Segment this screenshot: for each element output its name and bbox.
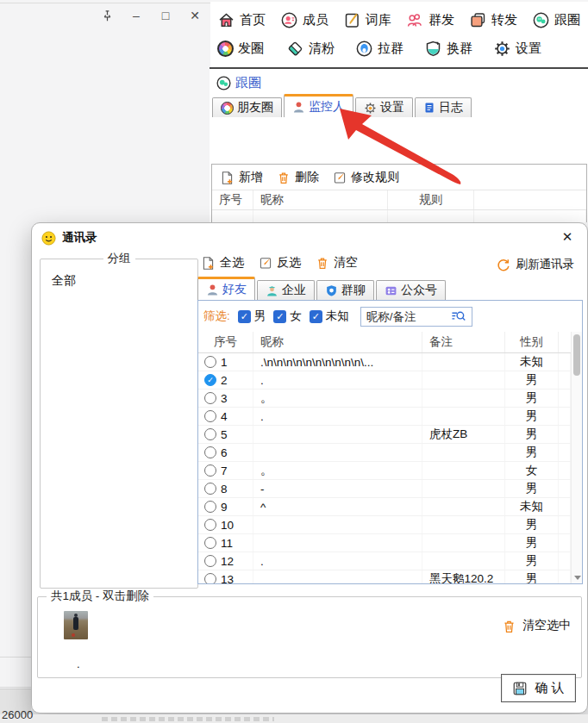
nav-pull-group[interactable]: 拉群 [348, 40, 417, 58]
clear-selection-button[interactable]: 清空 [316, 255, 358, 271]
nav-forward[interactable]: 转发 [462, 11, 525, 29]
row-gender: 男 [505, 570, 559, 584]
row-number: 3 [221, 392, 228, 405]
nav-switch-group[interactable]: 换群 [417, 40, 486, 58]
tab-monitored-people[interactable]: 监控人 [284, 94, 353, 117]
group-item-all[interactable]: 全部 [41, 266, 197, 289]
row-radio-icon[interactable] [204, 519, 216, 531]
checkbox-checked-icon [238, 310, 251, 323]
table-row[interactable]: 11男 [198, 534, 571, 552]
search-input[interactable] [365, 309, 451, 324]
panel-tabs: 朋友圈 监控人 设置 [210, 94, 588, 117]
penguin-icon [355, 40, 373, 58]
delete-button[interactable]: 删除 [277, 170, 319, 185]
table-row[interactable]: 3。男 [198, 390, 571, 408]
row-radio-icon[interactable] [204, 446, 216, 458]
filter-unknown-checkbox[interactable]: 未知 [310, 309, 349, 324]
screen: – □ ✕ 首页 成员 [0, 0, 588, 723]
table-scrollbar[interactable] [571, 332, 582, 583]
maximize-button[interactable]: □ [155, 5, 176, 26]
button-label: 清空 [334, 255, 358, 271]
refresh-contacts-button[interactable]: 刷新通讯录 [496, 257, 575, 272]
row-radio-icon[interactable] [204, 501, 216, 513]
nav-home[interactable]: 首页 [210, 11, 273, 29]
tab-label: 好友 [222, 282, 247, 297]
table-row[interactable]: 9^未知 [198, 498, 571, 516]
table-row[interactable]: 6男 [198, 444, 571, 462]
close-button[interactable]: ✕ [185, 5, 205, 26]
nav-members[interactable]: 成员 [273, 11, 336, 29]
table-row[interactable]: 2.男 [198, 371, 571, 390]
tab-moments[interactable]: 朋友圈 [212, 97, 282, 117]
row-number: 11 [221, 537, 233, 550]
home-icon [217, 11, 235, 29]
row-number: 5 [221, 428, 228, 441]
edit-rule-button[interactable]: 修改规则 [333, 170, 399, 185]
pin-icon[interactable] [97, 5, 117, 26]
row-radio-icon[interactable] [204, 356, 216, 368]
dialog-close-button[interactable]: ✕ [559, 228, 576, 246]
table-row[interactable]: 5虎杖ZB男 [198, 426, 571, 444]
row-radio-icon[interactable] [204, 555, 216, 567]
nav-post-moments[interactable]: 发圈 [210, 41, 279, 57]
window-controls: – □ ✕ [97, 5, 205, 26]
row-gender: 男 [505, 390, 559, 407]
table-row[interactable]: 1.\n\n\n\n\n\n\n\n\n\n\...未知 [198, 353, 571, 371]
button-label: 确 认 [535, 680, 564, 696]
select-all-button[interactable]: 全选 [201, 255, 244, 271]
nav-label: 清粉 [309, 41, 335, 57]
row-gender: 男 [505, 516, 559, 533]
tab-label: 企业 [282, 283, 306, 298]
table-row[interactable]: 8-男 [198, 480, 571, 498]
row-radio-icon[interactable] [204, 573, 216, 584]
row-nickname: . [253, 408, 422, 425]
table-row[interactable]: 7。女 [198, 462, 571, 480]
tab-group-chats[interactable]: 群聊 [316, 280, 374, 300]
nav-label: 词库 [366, 12, 391, 28]
row-radio-icon[interactable] [204, 392, 216, 404]
tab-settings[interactable]: 设置 [355, 97, 413, 117]
row-checked-icon[interactable] [204, 374, 216, 386]
row-radio-icon[interactable] [204, 428, 216, 440]
checkbox-checked-icon [310, 310, 322, 323]
dialog-title-text: 通讯录 [62, 230, 97, 246]
tab-log[interactable]: 日志 [415, 97, 472, 117]
member-avatar[interactable] [64, 611, 88, 639]
table-row[interactable]: 13黑天鹅120.2男 [198, 570, 571, 584]
nav-label: 设置 [516, 41, 541, 57]
filter-female-checkbox[interactable]: 女 [273, 309, 302, 324]
row-radio-icon[interactable] [204, 410, 216, 422]
scrollbar-thumb[interactable] [573, 334, 580, 376]
table-row[interactable]: 10男 [198, 516, 571, 534]
tab-friends[interactable]: 好友 [197, 277, 255, 300]
tab-label: 群聊 [341, 283, 366, 298]
clear-selected-button[interactable]: 清空选中 [502, 618, 571, 633]
row-remark [422, 534, 505, 552]
filter-male-checkbox[interactable]: 男 [238, 309, 266, 324]
nav-label: 成员 [303, 12, 328, 28]
nav-lexicon[interactable]: 词库 [336, 11, 399, 29]
confirm-button[interactable]: 确 认 [501, 674, 576, 702]
row-number: 10 [221, 519, 234, 532]
scroll-down-icon[interactable] [574, 576, 581, 580]
tab-enterprise[interactable]: 企业 [257, 280, 315, 300]
row-number: 1 [221, 356, 228, 369]
invert-selection-button[interactable]: 反选 [259, 255, 301, 271]
tab-official-accounts[interactable]: 公众号 [376, 280, 446, 300]
nav-clean-fans[interactable]: 清粉 [279, 40, 348, 58]
minimize-button[interactable]: – [126, 5, 147, 26]
nav-group-send[interactable]: 群发 [399, 11, 462, 29]
nav-follow-circle[interactable]: 跟圈 [525, 11, 588, 29]
table-row[interactable]: 12.男 [198, 552, 571, 570]
checkbox-label: 男 [254, 309, 266, 324]
button-label: 反选 [277, 255, 301, 271]
nav-settings[interactable]: 设置 [486, 40, 555, 58]
contacts-table-header: 序号 昵称 备注 性别 [198, 332, 571, 353]
row-remark [422, 353, 505, 371]
row-radio-icon[interactable] [204, 537, 216, 549]
search-icon[interactable] [451, 309, 466, 323]
table-row[interactable]: 4.男 [198, 408, 571, 426]
add-button[interactable]: 新增 [220, 170, 263, 185]
row-radio-icon[interactable] [204, 483, 216, 495]
row-radio-icon[interactable] [204, 464, 216, 477]
